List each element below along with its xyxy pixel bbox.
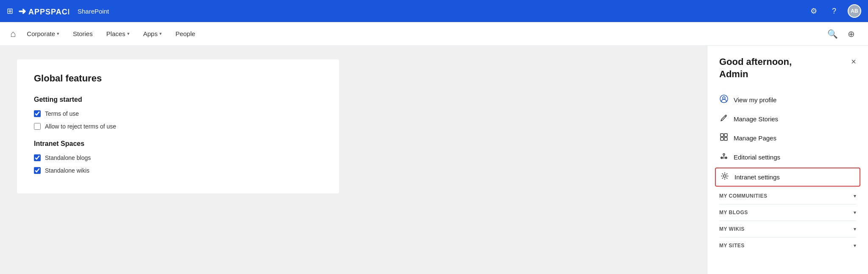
apps-chevron-icon: ▾ xyxy=(159,31,162,36)
settings-icon[interactable]: ⚙ xyxy=(807,4,821,18)
topbar-right: ⚙ ? AB xyxy=(807,4,861,18)
my-communities-label: MY COMMUNITIES xyxy=(719,193,767,199)
getting-started-section: Getting started Terms of use Allow to re… xyxy=(34,96,322,130)
logo-svg: ➜ APPSPACE xyxy=(18,5,69,17)
my-blogs-section[interactable]: MY BLOGS ▾ xyxy=(719,204,856,221)
content-card: Global features Getting started Terms of… xyxy=(17,59,339,193)
manage-stories-item[interactable]: Manage Stories xyxy=(719,109,856,129)
svg-rect-5 xyxy=(724,134,727,137)
editorial-settings-label: Editorial settings xyxy=(734,154,780,161)
intranet-settings-label: Intranet settings xyxy=(734,173,780,181)
standalone-blogs-checkbox[interactable] xyxy=(34,154,41,161)
svg-text:APPSPACE: APPSPACE xyxy=(28,8,69,16)
manage-pages-label: Manage Pages xyxy=(734,134,776,142)
nav-item-stories[interactable]: Stories xyxy=(67,27,99,41)
avatar-button[interactable]: AB xyxy=(848,4,861,18)
standalone-wikis-checkbox[interactable] xyxy=(34,167,41,174)
manage-stories-icon xyxy=(719,114,729,124)
editorial-settings-item[interactable]: Editorial settings xyxy=(719,148,856,167)
my-wikis-chevron-icon: ▾ xyxy=(854,226,856,232)
standalone-wikis-row: Standalone wikis xyxy=(34,167,322,174)
standalone-wikis-label[interactable]: Standalone wikis xyxy=(45,167,89,174)
view-profile-icon xyxy=(719,95,729,105)
manage-pages-icon xyxy=(719,133,729,143)
topbar: ⊞ ➜ APPSPACE SharePoint ⚙ ? AB xyxy=(0,0,868,22)
intranet-settings-item[interactable]: Intranet settings xyxy=(715,168,860,187)
corporate-chevron-icon: ▾ xyxy=(57,31,59,36)
right-panel: Good afternoon,Admin × View my profile xyxy=(707,46,868,274)
grid-icon[interactable]: ⊞ xyxy=(7,6,13,16)
reject-terms-label[interactable]: Allow to reject terms of use xyxy=(45,123,116,130)
view-profile-item[interactable]: View my profile xyxy=(719,90,856,109)
search-icon[interactable]: 🔍 xyxy=(826,27,839,41)
nav-item-corporate[interactable]: Corporate ▾ xyxy=(21,27,65,41)
panel-greeting: Good afternoon,Admin xyxy=(719,56,792,80)
content-area: Global features Getting started Terms of… xyxy=(0,46,707,274)
stories-label: Stories xyxy=(73,30,93,37)
svg-point-3 xyxy=(723,97,725,99)
my-sites-section[interactable]: MY SITES ▾ xyxy=(719,237,856,254)
my-communities-section[interactable]: MY COMMUNITIES ▾ xyxy=(719,187,856,204)
terms-of-use-label[interactable]: Terms of use xyxy=(45,110,79,117)
app-name-label: SharePoint xyxy=(78,8,109,15)
manage-pages-item[interactable]: Manage Pages xyxy=(719,129,856,148)
panel-menu: View my profile Manage Stories xyxy=(719,90,856,187)
navbar: ⌂ Corporate ▾ Stories Places ▾ Apps ▾ Pe… xyxy=(0,22,868,46)
reject-terms-row: Allow to reject terms of use xyxy=(34,123,322,130)
places-chevron-icon: ▾ xyxy=(127,31,130,36)
add-icon[interactable]: ⊕ xyxy=(844,27,858,41)
view-profile-label: View my profile xyxy=(734,96,776,103)
global-features-title: Global features xyxy=(34,73,322,84)
standalone-blogs-label[interactable]: Standalone blogs xyxy=(45,154,91,161)
intranet-spaces-title: Intranet Spaces xyxy=(34,140,322,148)
my-blogs-label: MY BLOGS xyxy=(719,210,748,215)
apps-label: Apps xyxy=(143,30,158,37)
home-icon[interactable]: ⌂ xyxy=(10,28,16,39)
help-icon[interactable]: ? xyxy=(827,4,841,18)
panel-close-button[interactable]: × xyxy=(851,57,856,67)
manage-stories-label: Manage Stories xyxy=(734,115,778,123)
my-sites-chevron-icon: ▾ xyxy=(854,243,856,249)
intranet-spaces-section: Intranet Spaces Standalone blogs Standal… xyxy=(34,140,322,174)
terms-of-use-row: Terms of use xyxy=(34,110,322,117)
logo: ➜ APPSPACE xyxy=(18,5,69,17)
editorial-settings-icon xyxy=(719,152,729,162)
svg-point-11 xyxy=(723,175,726,177)
my-wikis-section[interactable]: MY WIKIS ▾ xyxy=(719,221,856,237)
svg-rect-6 xyxy=(721,137,723,140)
nav-item-places[interactable]: Places ▾ xyxy=(100,27,136,41)
collapsibles-section: MY COMMUNITIES ▾ MY BLOGS ▾ MY WIKIS ▾ M… xyxy=(719,187,856,254)
svg-rect-7 xyxy=(724,137,727,140)
my-sites-label: MY SITES xyxy=(719,243,745,249)
my-blogs-chevron-icon: ▾ xyxy=(854,210,856,215)
intranet-settings-icon xyxy=(720,172,729,182)
reject-terms-checkbox[interactable] xyxy=(34,123,41,130)
topbar-left: ⊞ ➜ APPSPACE SharePoint xyxy=(7,5,109,17)
my-communities-chevron-icon: ▾ xyxy=(854,193,856,199)
panel-header: Good afternoon,Admin × xyxy=(719,56,856,80)
nav-item-people[interactable]: People xyxy=(170,27,201,41)
svg-rect-4 xyxy=(721,134,723,137)
nav-item-apps[interactable]: Apps ▾ xyxy=(137,27,168,41)
places-label: Places xyxy=(106,30,125,37)
my-wikis-label: MY WIKIS xyxy=(719,226,745,232)
corporate-label: Corporate xyxy=(27,30,55,37)
terms-of-use-checkbox[interactable] xyxy=(34,110,41,117)
svg-text:➜: ➜ xyxy=(18,6,26,17)
nav-actions: 🔍 ⊕ xyxy=(826,27,858,41)
people-label: People xyxy=(175,30,195,37)
main-layout: Global features Getting started Terms of… xyxy=(0,46,868,274)
getting-started-title: Getting started xyxy=(34,96,322,103)
standalone-blogs-row: Standalone blogs xyxy=(34,154,322,161)
